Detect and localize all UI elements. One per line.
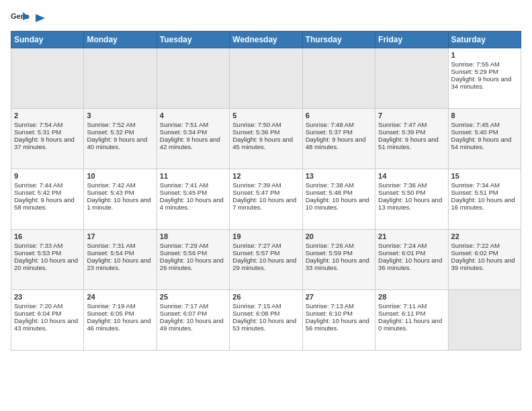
day-info: Sunrise: 7:24 AM	[378, 242, 445, 249]
day-info: Sunrise: 7:47 AM	[378, 121, 445, 128]
day-info: Sunset: 6:01 PM	[378, 249, 445, 257]
day-info: Daylight: 10 hours and 33 minutes.	[306, 257, 372, 271]
calendar-cell: 6Sunrise: 7:48 AMSunset: 5:37 PMDaylight…	[302, 109, 375, 169]
day-info: Daylight: 10 hours and 43 minutes.	[14, 317, 81, 332]
day-info: Sunset: 5:29 PM	[451, 68, 518, 75]
week-row-1: 1Sunrise: 7:55 AMSunset: 5:29 PMDaylight…	[11, 48, 521, 109]
day-info: Sunset: 5:32 PM	[87, 128, 153, 136]
day-info: Sunset: 5:54 PM	[87, 249, 153, 257]
weekday-header-saturday: Saturday	[448, 32, 521, 48]
calendar-cell: 1Sunrise: 7:55 AMSunset: 5:29 PMDaylight…	[448, 48, 521, 109]
day-info: Sunrise: 7:51 AM	[160, 121, 226, 128]
day-info: Daylight: 10 hours and 10 minutes.	[306, 196, 372, 211]
day-info: Sunrise: 7:17 AM	[160, 302, 226, 310]
day-info: Sunrise: 7:36 AM	[378, 181, 445, 189]
day-number: 25	[160, 293, 226, 301]
day-info: Sunset: 6:08 PM	[232, 310, 299, 317]
weekday-header-friday: Friday	[375, 32, 448, 48]
day-info: Sunset: 5:48 PM	[306, 189, 372, 196]
day-number: 23	[14, 293, 81, 301]
day-number: 20	[306, 232, 372, 240]
day-info: Sunrise: 7:54 AM	[14, 121, 81, 128]
day-info: Daylight: 10 hours and 39 minutes.	[451, 257, 518, 271]
day-number: 2	[14, 111, 81, 120]
day-info: Sunset: 5:47 PM	[232, 189, 299, 196]
day-info: Sunset: 5:43 PM	[87, 189, 153, 196]
day-info: Sunset: 5:34 PM	[160, 128, 226, 136]
day-info: Daylight: 9 hours and 54 minutes.	[451, 136, 518, 150]
day-info: Sunrise: 7:31 AM	[87, 242, 153, 249]
day-info: Sunset: 5:59 PM	[306, 249, 372, 257]
day-info: Daylight: 10 hours and 16 minutes.	[451, 196, 518, 211]
day-info: Daylight: 10 hours and 1 minute.	[87, 196, 153, 211]
logo-arrow-icon	[33, 13, 45, 23]
calendar-cell	[302, 48, 375, 109]
calendar-cell	[84, 48, 157, 109]
day-info: Daylight: 10 hours and 26 minutes.	[160, 257, 226, 271]
day-number: 5	[232, 111, 299, 120]
day-info: Daylight: 9 hours and 42 minutes.	[160, 136, 226, 150]
day-number: 3	[87, 111, 153, 120]
day-info: Sunset: 6:02 PM	[451, 249, 518, 257]
day-info: Sunrise: 7:39 AM	[232, 181, 299, 189]
week-row-2: 2Sunrise: 7:54 AMSunset: 5:31 PMDaylight…	[11, 109, 521, 169]
weekday-header-wednesday: Wednesday	[230, 32, 302, 48]
day-number: 21	[378, 232, 445, 240]
calendar-cell: 9Sunrise: 7:44 AMSunset: 5:42 PMDaylight…	[11, 169, 84, 230]
logo-icon: General	[11, 11, 30, 26]
weekday-header-monday: Monday	[84, 32, 157, 48]
day-info: Sunrise: 7:44 AM	[14, 181, 81, 189]
calendar-cell: 11Sunrise: 7:41 AMSunset: 5:45 PMDayligh…	[157, 169, 229, 230]
day-number: 9	[14, 172, 81, 180]
day-info: Sunrise: 7:11 AM	[378, 302, 445, 310]
calendar-cell: 26Sunrise: 7:15 AMSunset: 6:08 PMDayligh…	[230, 290, 302, 351]
day-info: Sunset: 5:57 PM	[232, 249, 299, 257]
calendar-cell: 8Sunrise: 7:45 AMSunset: 5:40 PMDaylight…	[448, 109, 521, 169]
day-info: Sunset: 6:05 PM	[87, 310, 153, 317]
logo: General	[11, 11, 45, 26]
day-info: Daylight: 9 hours and 48 minutes.	[306, 136, 372, 150]
weekday-header-tuesday: Tuesday	[157, 32, 229, 48]
day-info: Sunset: 5:39 PM	[378, 128, 445, 136]
day-number: 18	[160, 232, 226, 240]
week-row-5: 23Sunrise: 7:20 AMSunset: 6:04 PMDayligh…	[11, 290, 521, 351]
week-row-3: 9Sunrise: 7:44 AMSunset: 5:42 PMDaylight…	[11, 169, 521, 230]
day-info: Sunset: 5:37 PM	[306, 128, 372, 136]
day-number: 15	[451, 172, 518, 180]
day-info: Sunrise: 7:34 AM	[451, 181, 518, 189]
day-info: Sunrise: 7:48 AM	[306, 121, 372, 128]
calendar-cell: 16Sunrise: 7:33 AMSunset: 5:53 PMDayligh…	[11, 230, 84, 290]
day-number: 7	[378, 111, 445, 120]
day-info: Daylight: 9 hours and 45 minutes.	[232, 136, 299, 150]
day-info: Daylight: 10 hours and 4 minutes.	[160, 196, 226, 211]
weekday-header-row: SundayMondayTuesdayWednesdayThursdayFrid…	[11, 32, 521, 48]
svg-marker-2	[36, 14, 45, 22]
calendar-cell	[11, 48, 84, 109]
day-info: Sunrise: 7:15 AM	[232, 302, 299, 310]
day-info: Sunrise: 7:41 AM	[160, 181, 226, 189]
calendar-cell: 2Sunrise: 7:54 AMSunset: 5:31 PMDaylight…	[11, 109, 84, 169]
day-info: Daylight: 11 hours and 0 minutes.	[378, 317, 445, 332]
day-info: Daylight: 10 hours and 53 minutes.	[232, 317, 299, 332]
calendar-cell: 4Sunrise: 7:51 AMSunset: 5:34 PMDaylight…	[157, 109, 229, 169]
day-number: 19	[232, 232, 299, 240]
day-info: Daylight: 10 hours and 36 minutes.	[378, 257, 445, 271]
day-info: Sunrise: 7:26 AM	[306, 242, 372, 249]
calendar-cell: 15Sunrise: 7:34 AMSunset: 5:51 PMDayligh…	[448, 169, 521, 230]
calendar-cell: 23Sunrise: 7:20 AMSunset: 6:04 PMDayligh…	[11, 290, 84, 351]
day-info: Sunset: 5:40 PM	[451, 128, 518, 136]
day-info: Daylight: 10 hours and 49 minutes.	[160, 317, 226, 332]
calendar-cell	[157, 48, 229, 109]
day-number: 13	[306, 172, 372, 180]
day-number: 27	[306, 293, 372, 301]
calendar-cell: 22Sunrise: 7:22 AMSunset: 6:02 PMDayligh…	[448, 230, 521, 290]
day-number: 8	[451, 111, 518, 120]
day-info: Sunrise: 7:13 AM	[306, 302, 372, 310]
calendar-cell	[375, 48, 448, 109]
calendar-cell: 7Sunrise: 7:47 AMSunset: 5:39 PMDaylight…	[375, 109, 448, 169]
day-info: Sunset: 6:10 PM	[306, 310, 372, 317]
day-number: 17	[87, 232, 153, 240]
day-info: Sunrise: 7:45 AM	[451, 121, 518, 128]
day-info: Sunset: 6:07 PM	[160, 310, 226, 317]
day-number: 4	[160, 111, 226, 120]
